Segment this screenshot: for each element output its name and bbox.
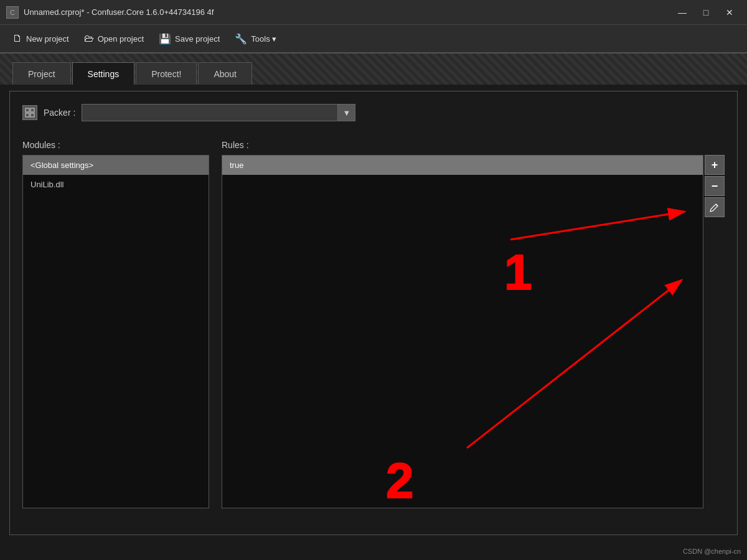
tab-protect[interactable]: Protect! <box>136 62 197 85</box>
packer-select[interactable] <box>82 104 338 121</box>
packer-section: Packer : ▼ <box>22 104 725 121</box>
rule-buttons: + − <box>705 155 725 508</box>
menu-item-open-project[interactable]: 🗁 Open project <box>78 29 150 48</box>
menu-item-new-project[interactable]: 🗋 New project <box>6 29 75 48</box>
module-item-global[interactable]: <Global settings> <box>23 156 209 175</box>
main-content: Packer : ▼ Modules : <Global settings> U… <box>9 91 738 535</box>
menu-item-save-project-label: Save project <box>175 34 220 44</box>
svg-rect-0 <box>26 108 29 112</box>
watermark: CSDN @chenpi-cn <box>683 548 741 555</box>
add-rule-button[interactable]: + <box>705 155 725 175</box>
title-bar-left: C Unnamed.crproj* - Confuser.Core 1.6.0+… <box>6 6 214 19</box>
menu-item-save-project[interactable]: 💾 Save project <box>153 29 226 49</box>
rules-label: Rules : <box>222 140 725 150</box>
title-bar: C Unnamed.crproj* - Confuser.Core 1.6.0+… <box>0 0 747 25</box>
tab-bar: Project Settings Protect! About <box>0 54 747 85</box>
packer-dropdown-arrow[interactable]: ▼ <box>338 104 355 121</box>
menu-item-tools[interactable]: 🔧 Tools ▾ <box>228 29 283 49</box>
menu-item-open-project-label: Open project <box>98 34 144 44</box>
svg-rect-2 <box>26 113 29 117</box>
window-controls: — □ ✕ <box>671 3 741 22</box>
modules-section: Modules : <Global settings> UniLib.dll <box>22 140 209 508</box>
app-icon: C <box>6 6 19 19</box>
tab-about[interactable]: About <box>198 62 252 85</box>
packer-dropdown: ▼ <box>82 104 355 121</box>
new-project-icon: 🗋 <box>12 33 22 44</box>
menu-item-new-project-label: New project <box>26 34 69 44</box>
window-title: Unnamed.crproj* - Confuser.Core 1.6.0+44… <box>24 7 214 17</box>
menu-item-tools-label: Tools ▾ <box>251 34 276 44</box>
open-project-icon: 🗁 <box>84 33 94 44</box>
svg-rect-1 <box>31 108 34 112</box>
tools-icon: 🔧 <box>235 33 247 45</box>
tab-settings[interactable]: Settings <box>72 62 135 85</box>
modules-list: <Global settings> UniLib.dll <box>22 155 209 508</box>
rules-section: Rules : true + − <box>222 140 725 508</box>
tab-project[interactable]: Project <box>12 62 71 85</box>
svg-rect-3 <box>31 113 34 117</box>
maximize-button[interactable]: □ <box>695 3 717 22</box>
close-button[interactable]: ✕ <box>718 3 741 22</box>
rules-list: true <box>222 155 703 508</box>
module-item-unilib[interactable]: UniLib.dll <box>23 175 209 194</box>
menu-bar: 🗋 New project 🗁 Open project 💾 Save proj… <box>0 25 747 54</box>
packer-label: Packer : <box>44 108 75 118</box>
modules-label: Modules : <box>22 140 209 150</box>
rule-item-true[interactable]: true <box>222 156 703 175</box>
packer-icon <box>22 105 37 120</box>
save-project-icon: 💾 <box>159 33 171 45</box>
remove-rule-button[interactable]: − <box>705 176 725 196</box>
two-column-layout: Modules : <Global settings> UniLib.dll R… <box>22 140 725 508</box>
edit-rule-button[interactable] <box>705 197 725 217</box>
rules-list-container: true + − <box>222 155 725 508</box>
minimize-button[interactable]: — <box>671 3 693 22</box>
